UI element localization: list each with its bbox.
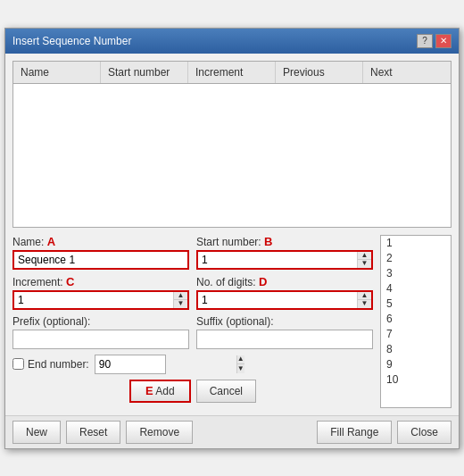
prefix-label: Prefix (optional): xyxy=(12,315,189,328)
digits-label: No. of digits: D xyxy=(196,275,373,288)
end-checkbox-label: End number: xyxy=(12,358,89,371)
start-spinner: ▲ ▼ xyxy=(196,250,373,270)
start-spinner-buttons: ▲ ▼ xyxy=(357,252,371,268)
end-spinner: ▲ ▼ xyxy=(95,355,166,374)
increment-down-btn[interactable]: ▼ xyxy=(174,300,187,308)
bottom-bar: New Reset Remove Fill Range Close xyxy=(5,415,459,448)
end-spinner-buttons: ▲ ▼ xyxy=(236,355,244,373)
suffix-label: Suffix (optional): xyxy=(196,315,373,328)
fill-range-button[interactable]: Fill Range xyxy=(317,421,392,444)
digits-input[interactable] xyxy=(198,292,357,308)
start-group: Start number: B ▲ ▼ xyxy=(196,235,373,270)
increment-spinner-buttons: ▲ ▼ xyxy=(173,292,187,308)
table-header: Name Start number Increment Previous Nex… xyxy=(13,62,451,84)
bottom-right-buttons: Fill Range Close xyxy=(317,421,452,444)
digits-spinner: ▲ ▼ xyxy=(196,290,373,310)
prefix-group: Prefix (optional): xyxy=(12,315,189,349)
col-name: Name xyxy=(13,62,101,83)
name-input[interactable] xyxy=(12,250,189,270)
col-start: Start number xyxy=(101,62,188,83)
end-up-btn[interactable]: ▲ xyxy=(237,355,244,365)
new-button[interactable]: New xyxy=(12,421,61,444)
sequence-table: Name Start number Increment Previous Nex… xyxy=(12,61,452,228)
cancel-button[interactable]: Cancel xyxy=(196,380,256,403)
remove-button[interactable]: Remove xyxy=(126,421,193,444)
list-item: 1 xyxy=(381,236,451,251)
list-item: 6 xyxy=(381,312,451,327)
bottom-left-buttons: New Reset Remove xyxy=(12,421,193,444)
close-x-button[interactable]: ✕ xyxy=(435,34,452,48)
add-letter: E xyxy=(145,384,153,397)
table-body xyxy=(13,84,451,227)
number-list: 1 2 3 4 5 6 7 8 9 10 xyxy=(380,235,452,408)
col-next: Next xyxy=(363,62,451,83)
end-number-row: End number: ▲ ▼ xyxy=(12,355,373,374)
title-bar-buttons: ? ✕ xyxy=(417,34,452,48)
increment-letter: C xyxy=(66,275,74,288)
list-item: 9 xyxy=(381,357,451,372)
list-item: 10 xyxy=(381,372,451,388)
increment-input[interactable] xyxy=(14,292,173,308)
row-increment-digits: Increment: C ▲ ▼ No. xyxy=(12,275,373,310)
end-down-btn[interactable]: ▼ xyxy=(237,364,244,373)
close-button[interactable]: Close xyxy=(397,421,452,444)
row-name-start: Name: A Start number: B ▲ xyxy=(12,235,373,270)
start-input[interactable] xyxy=(198,252,357,268)
add-cancel-row: E Add Cancel xyxy=(12,380,373,403)
suffix-input[interactable] xyxy=(196,330,373,349)
form-and-list: Name: A Start number: B ▲ xyxy=(12,235,452,408)
name-group: Name: A xyxy=(12,235,189,270)
end-input[interactable] xyxy=(95,355,236,373)
name-letter: A xyxy=(47,235,55,248)
digits-letter: D xyxy=(259,275,267,288)
prefix-suffix-row: Prefix (optional): Suffix (optional): xyxy=(12,315,373,349)
increment-spinner: ▲ ▼ xyxy=(12,290,189,310)
digits-down-btn[interactable]: ▼ xyxy=(358,300,371,308)
list-item: 2 xyxy=(381,251,451,266)
start-down-btn[interactable]: ▼ xyxy=(358,260,371,268)
start-label: Start number: B xyxy=(196,235,373,248)
increment-group: Increment: C ▲ ▼ xyxy=(12,275,189,310)
end-checkbox[interactable] xyxy=(12,358,24,370)
prefix-input[interactable] xyxy=(12,330,189,349)
add-button[interactable]: E Add xyxy=(129,380,191,403)
digits-spinner-buttons: ▲ ▼ xyxy=(357,292,371,308)
title-bar: Insert Sequence Number ? ✕ xyxy=(5,29,459,54)
increment-label: Increment: C xyxy=(12,275,189,288)
col-increment: Increment xyxy=(188,62,276,83)
col-previous: Previous xyxy=(276,62,363,83)
reset-button[interactable]: Reset xyxy=(66,421,120,444)
form-columns: Name: A Start number: B ▲ xyxy=(12,235,373,408)
dialog-content: Name Start number Increment Previous Nex… xyxy=(5,54,459,415)
start-letter: B xyxy=(264,235,272,248)
list-item: 8 xyxy=(381,342,451,357)
name-label: Name: A xyxy=(12,235,189,248)
help-button[interactable]: ? xyxy=(417,34,433,48)
dialog-title: Insert Sequence Number xyxy=(12,35,131,47)
list-item: 3 xyxy=(381,266,451,281)
list-item: 4 xyxy=(381,281,451,296)
insert-sequence-dialog: Insert Sequence Number ? ✕ Name Start nu… xyxy=(4,28,460,449)
list-item: 7 xyxy=(381,327,451,342)
digits-group: No. of digits: D ▲ ▼ xyxy=(196,275,373,310)
suffix-group: Suffix (optional): xyxy=(196,315,373,349)
list-item: 5 xyxy=(381,296,451,312)
